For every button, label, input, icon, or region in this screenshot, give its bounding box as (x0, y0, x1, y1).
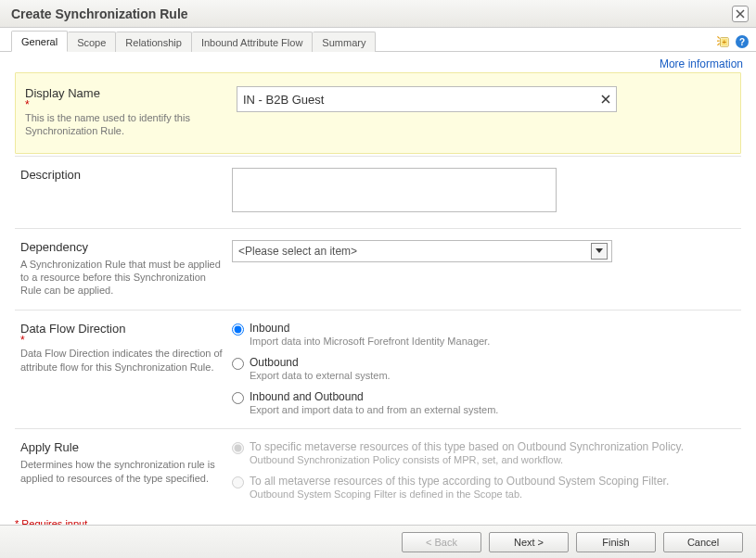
radio-both-sub: Export and import data to and from an ex… (250, 404, 498, 415)
radio-apply-filter: To all metaverse resources of this type … (232, 475, 736, 500)
required-indicator: * (20, 337, 224, 343)
description-input[interactable] (232, 168, 557, 212)
help-icon[interactable]: ? (736, 35, 749, 48)
radio-outbound-label: Outbound (250, 356, 299, 369)
radio-both-label: Inbound and Outbound (250, 390, 364, 403)
dependency-placeholder: <Please select an item> (238, 245, 357, 258)
clear-input-icon[interactable] (601, 92, 610, 107)
dependency-label: Dependency (20, 240, 224, 254)
tab-scope[interactable]: Scope (68, 32, 116, 52)
window-title: Create Synchronization Rule (11, 6, 188, 21)
radio-outbound[interactable]: Outbound Export data to external system. (232, 356, 736, 381)
radio-apply-filter-sub: Outbound System Scoping Filter is define… (250, 488, 669, 500)
radio-apply-filter-input (232, 476, 244, 488)
apply-rule-label: Apply Rule (20, 440, 224, 454)
radio-apply-policy: To specific metaverse resources of this … (232, 440, 736, 465)
cancel-button[interactable]: Cancel (663, 532, 743, 552)
next-button[interactable]: Next > (489, 532, 569, 552)
display-name-label: Display Name (25, 86, 229, 100)
radio-both-input[interactable] (232, 392, 244, 404)
display-name-input[interactable] (243, 87, 590, 111)
dependency-help: A Synchronization Rule that must be appl… (20, 258, 224, 298)
display-name-help: This is the name used to identify this S… (25, 111, 229, 138)
back-button: < Back (402, 532, 481, 552)
radio-outbound-input[interactable] (232, 358, 244, 370)
radio-apply-policy-label: To specific metaverse resources of this … (250, 440, 684, 453)
direction-help: Data Flow Direction indicates the direct… (20, 347, 224, 374)
tab-general[interactable]: General (11, 31, 68, 52)
tab-summary[interactable]: Summary (313, 32, 376, 52)
radio-apply-policy-sub: Outbound Synchronization Policy consists… (250, 454, 684, 465)
finish-button[interactable]: Finish (576, 532, 656, 552)
direction-label: Data Flow Direction (20, 322, 224, 336)
description-label: Description (20, 168, 224, 182)
svg-line-2 (717, 36, 719, 38)
radio-both[interactable]: Inbound and Outbound Export and import d… (232, 390, 736, 415)
close-button[interactable] (732, 6, 749, 22)
radio-inbound[interactable]: Inbound Import data into Microsoft Foref… (232, 322, 736, 347)
more-information-link[interactable]: More information (660, 57, 743, 70)
dependency-select[interactable]: <Please select an item> (232, 240, 612, 262)
tab-relationship[interactable]: Relationship (116, 32, 192, 52)
chevron-down-icon (591, 243, 608, 260)
svg-line-4 (717, 44, 719, 45)
new-item-icon[interactable]: + (717, 35, 730, 48)
svg-text:+: + (723, 38, 727, 46)
required-indicator: * (25, 102, 229, 108)
radio-outbound-sub: Export data to external system. (250, 370, 391, 381)
tab-inbound-attribute-flow[interactable]: Inbound Attribute Flow (192, 32, 313, 52)
radio-apply-policy-input (232, 442, 244, 454)
radio-inbound-sub: Import data into Microsoft Forefront Ide… (250, 336, 490, 347)
radio-apply-filter-label: To all metaverse resources of this type … (250, 475, 669, 488)
radio-inbound-label: Inbound (250, 322, 289, 335)
apply-rule-help: Determines how the synchronization rule … (20, 458, 224, 485)
radio-inbound-input[interactable] (232, 323, 244, 336)
